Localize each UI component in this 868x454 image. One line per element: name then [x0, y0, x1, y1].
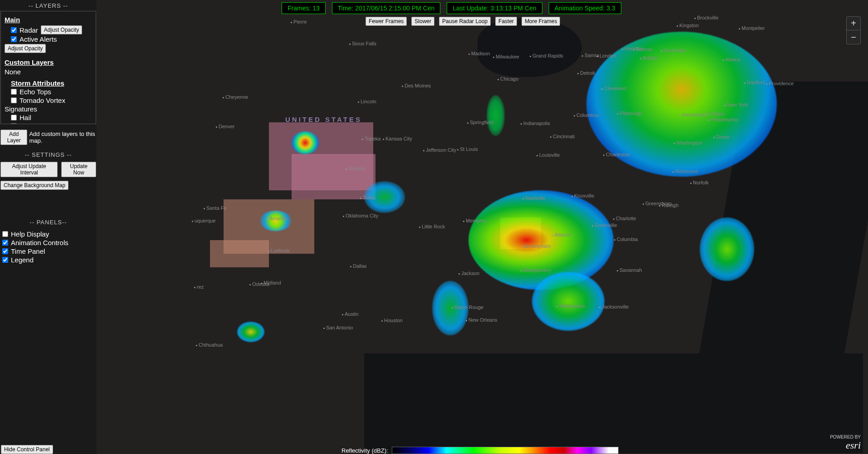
update-now-button[interactable]: Update Now [61, 162, 96, 177]
storms-checkbox[interactable] [11, 123, 17, 124]
radar-echo [292, 131, 319, 154]
time-panel-checkbox[interactable] [2, 248, 8, 254]
radar-echo [260, 211, 292, 231]
city-label: Charlotte [613, 216, 636, 221]
radar-echo [364, 181, 405, 213]
layers-list[interactable]: Main Radar Adjust Opacity Active Alerts … [0, 11, 96, 124]
country-label: UNITED STATES [285, 116, 362, 123]
city-label: Detroit [577, 70, 595, 76]
radar-echo [468, 190, 614, 290]
city-label: Trenton [705, 111, 725, 116]
custom-layers-section: Custom Layers [5, 58, 92, 66]
city-label: Sioux Falls [349, 41, 376, 46]
radar-checkbox[interactable] [11, 27, 17, 33]
time-panel-label: Time Panel [11, 247, 45, 255]
city-label: Oklahoma City [343, 213, 378, 218]
city-label: Indianapolis [521, 121, 550, 126]
city-label: Washington [673, 140, 702, 145]
alert-zone [292, 154, 375, 199]
city-label: New Orleans [466, 317, 497, 323]
speed-status: Animation Speed: 3.3 [549, 2, 621, 14]
status-bar: Frames: 13 Time: 2017/06/15 2:15:00 PM C… [282, 2, 621, 14]
city-label: Dallas [350, 263, 367, 269]
help-display-checkbox[interactable] [2, 231, 8, 237]
animation-controls-label: Animation Controls [11, 239, 68, 246]
map-canvas[interactable]: UNITED STATES PierreBrockvilleKingstonMo… [97, 0, 868, 454]
add-layer-button[interactable]: Add Layer [0, 130, 27, 145]
adjust-interval-button[interactable]: Adjust Update Interval [0, 162, 58, 177]
city-label: Knoxville [571, 193, 594, 198]
radar-label: Radar [20, 26, 38, 34]
faster-button[interactable]: Faster [495, 17, 517, 26]
city-label: Grand Rapids [530, 53, 563, 58]
layers-panel-title: -- LAYERS -- [0, 0, 96, 11]
hide-control-panel-button[interactable]: Hide Control Panel [1, 445, 53, 454]
reflectivity-legend: Reflectivity (dBZ): [341, 447, 619, 454]
radar-echo [532, 272, 605, 331]
city-label: Philadelphia [708, 117, 738, 122]
fewer-frames-button[interactable]: Fewer Frames [366, 17, 407, 26]
city-label: Jackson [458, 270, 479, 276]
city-label: Little Rock [419, 224, 445, 229]
city-label: Springfield [467, 120, 493, 125]
panels-panel-title: -- PANELS-- [0, 217, 96, 227]
city-label: Brockville [694, 15, 718, 20]
animation-controls: Fewer Frames Slower Pause Radar Loop Fas… [366, 17, 560, 26]
city-label: Savannah [617, 267, 642, 273]
city-label: Cincinnati [550, 134, 575, 139]
hail-label: Hail [20, 114, 31, 121]
city-label: Midland [261, 280, 281, 285]
zoom-control: + − [846, 16, 861, 44]
zoom-out-button[interactable]: − [847, 30, 860, 44]
hail-checkbox[interactable] [11, 115, 17, 121]
animation-controls-checkbox[interactable] [2, 240, 8, 246]
help-display-label: Help Display [11, 230, 49, 238]
reflectivity-gradient [392, 447, 619, 454]
city-label: Atlanta [552, 232, 570, 237]
city-label: Kansas City [383, 136, 412, 141]
signatures-label: Signatures [5, 105, 92, 113]
radar-echo [586, 32, 777, 177]
city-label: Rochester [661, 48, 686, 53]
city-label: Jacksonville [599, 304, 629, 309]
control-panel: -- LAYERS -- Main Radar Adjust Opacity A… [0, 0, 97, 454]
change-background-button[interactable]: Change Background Map [0, 181, 68, 190]
more-frames-button[interactable]: More Frames [522, 17, 560, 26]
alerts-opacity-button[interactable]: Adjust Opacity [5, 44, 46, 53]
slower-button[interactable]: Slower [411, 17, 434, 26]
city-label: Nashville [522, 195, 546, 201]
city-label: uquerque [192, 218, 216, 223]
active-alerts-checkbox[interactable] [11, 36, 17, 42]
city-label: Pittsburgh [617, 111, 642, 116]
city-label: Houston [381, 318, 403, 323]
echo-tops-checkbox[interactable] [11, 89, 17, 95]
city-label: Columbia [614, 237, 638, 242]
city-label: Wichita [346, 166, 365, 171]
tornado-vortex-label: Tornado Vortex [20, 97, 65, 104]
city-label: Columbus [574, 112, 599, 118]
alert-zone [269, 122, 373, 190]
storms-label: Storms [20, 122, 41, 124]
city-label: Toronto [633, 47, 653, 52]
radar-opacity-button[interactable]: Adjust Opacity [41, 25, 82, 34]
city-label: St Louis [457, 146, 478, 152]
city-label: Kingston [677, 23, 699, 28]
radar-echo [432, 281, 468, 335]
legend-label: Legend [11, 256, 34, 264]
pause-loop-button[interactable]: Pause Radar Loop [439, 17, 491, 26]
esri-attribution: POWERED BY esri [830, 435, 861, 451]
tornado-vortex-checkbox[interactable] [11, 97, 17, 103]
city-label: Austin [342, 311, 359, 317]
city-label: Lincoln [358, 99, 376, 104]
city-label: Birmingham [521, 243, 551, 249]
frames-status: Frames: 13 [282, 2, 326, 14]
legend-checkbox[interactable] [2, 257, 8, 263]
zoom-in-button[interactable]: + [847, 17, 860, 30]
city-label: Lubbock [268, 248, 290, 253]
city-label: Des Moines [402, 83, 431, 88]
storm-attributes-section: Storm Attributes [11, 79, 92, 87]
city-label: Richmond [673, 169, 698, 174]
city-label: Denver [216, 124, 234, 129]
city-label: New York [724, 102, 748, 107]
city-label: Topeka [362, 136, 380, 141]
